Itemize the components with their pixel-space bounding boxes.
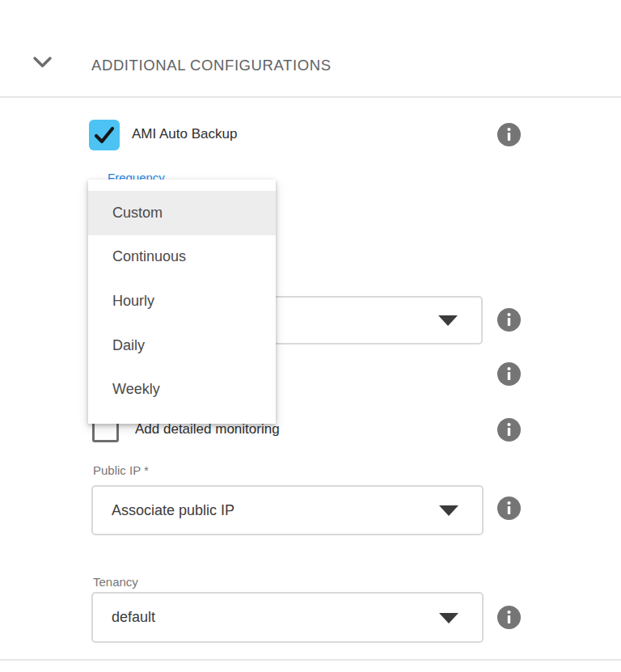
detailed-monitoring-label: Add detailed monitoring (135, 421, 280, 437)
menu-item-hourly[interactable]: Hourly (88, 279, 276, 323)
info-icon[interactable] (497, 606, 521, 629)
menu-item-daily[interactable]: Daily (88, 323, 276, 368)
info-icon[interactable] (497, 123, 521, 146)
frequency-dropdown-menu: Custom Continuous Hourly Daily Weekly (88, 180, 276, 424)
info-icon[interactable] (497, 497, 521, 520)
tenancy-select-value: default (112, 609, 155, 626)
public-ip-label: Public IP * (93, 463, 149, 477)
caret-down-icon (439, 613, 458, 623)
info-icon[interactable] (497, 308, 521, 332)
tenancy-label: Tenancy (93, 575, 138, 589)
menu-item-weekly[interactable]: Weekly (88, 367, 276, 412)
tenancy-select[interactable]: default (91, 592, 484, 643)
section-title: ADDITIONAL CONFIGURATIONS (91, 57, 332, 74)
caret-down-icon (438, 315, 458, 326)
chevron-down-icon[interactable] (32, 56, 53, 69)
caret-down-icon (439, 505, 458, 516)
menu-item-custom[interactable]: Custom (88, 191, 276, 235)
info-icon[interactable] (497, 418, 521, 442)
ami-auto-backup-checkbox[interactable] (89, 120, 120, 150)
menu-item-continuous[interactable]: Continuous (88, 235, 276, 280)
public-ip-select[interactable]: Associate public IP (91, 485, 484, 535)
divider (0, 659, 621, 661)
additional-configurations-panel: ADDITIONAL CONFIGURATIONS AMI Auto Backu… (0, 0, 621, 672)
ami-auto-backup-label: AMI Auto Backup (132, 126, 237, 142)
info-icon[interactable] (497, 362, 521, 386)
check-icon (89, 120, 120, 150)
public-ip-select-value: Associate public IP (112, 502, 234, 519)
divider (0, 96, 621, 98)
